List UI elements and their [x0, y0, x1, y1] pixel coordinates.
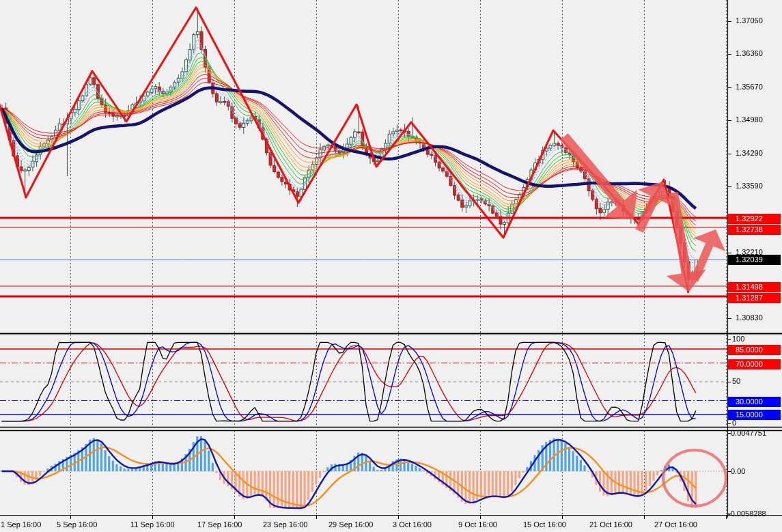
macd-tick-label: 0.0047751: [731, 429, 766, 437]
time-axis-label: 27 Oct 16:00: [654, 520, 697, 529]
price-tick-label: 1.37050: [736, 16, 763, 25]
oscillator-level-badge: 15.0000: [728, 410, 781, 420]
time-axis-label: 17 Sep 16:00: [197, 520, 242, 529]
oscillator-level-badge: 70.0000: [728, 359, 781, 369]
price-badge: 1.32738: [728, 225, 781, 235]
time-axis-label: 21 Oct 16:00: [589, 520, 632, 529]
time-axis-label: 5 Sep 16:00: [57, 520, 97, 529]
time-axis-label: 23 Sep 16:00: [263, 520, 307, 529]
oscillator-tick-label: 100: [732, 335, 744, 343]
oscillator-level-badge: 85.0000: [728, 345, 781, 355]
time-axis-label: 9 Oct 16:00: [458, 520, 497, 529]
price-badge: 1.31498: [728, 282, 781, 292]
chart-canvas[interactable]: [0, 0, 782, 532]
price-tick-label: 1.34290: [736, 149, 763, 157]
price-tick-label: 1.35670: [736, 83, 763, 91]
time-axis-label: 3 Oct 16:00: [393, 520, 432, 529]
price-badge: 1.32039: [728, 255, 781, 265]
price-tick-label: 1.30830: [736, 313, 763, 322]
price-badge: 1.32922: [728, 214, 781, 224]
time-axis-label: 15 Oct 16:00: [523, 520, 566, 529]
price-tick-label: 1.34980: [736, 115, 763, 124]
price-tick-label: 1.33590: [736, 182, 763, 190]
price-badge: 1.31287: [728, 293, 781, 303]
time-axis-label: 1 Sep 16:00: [1, 520, 41, 529]
price-tick-label: 1.36360: [736, 49, 763, 57]
time-axis-label: 11 Sep 16:00: [130, 520, 175, 529]
macd-tick-label: 0.00: [731, 467, 745, 475]
oscillator-tick-label: 0: [732, 419, 736, 427]
oscillator-level-badge: 30.0000: [728, 397, 781, 407]
macd-tick-label: -0.0058288: [728, 509, 766, 518]
mt4-chart-window: 1.370501.363601.356701.349801.342901.335…: [0, 0, 782, 532]
oscillator-tick-label: 50: [732, 377, 740, 385]
time-axis-label: 29 Sep 16:00: [329, 520, 373, 529]
